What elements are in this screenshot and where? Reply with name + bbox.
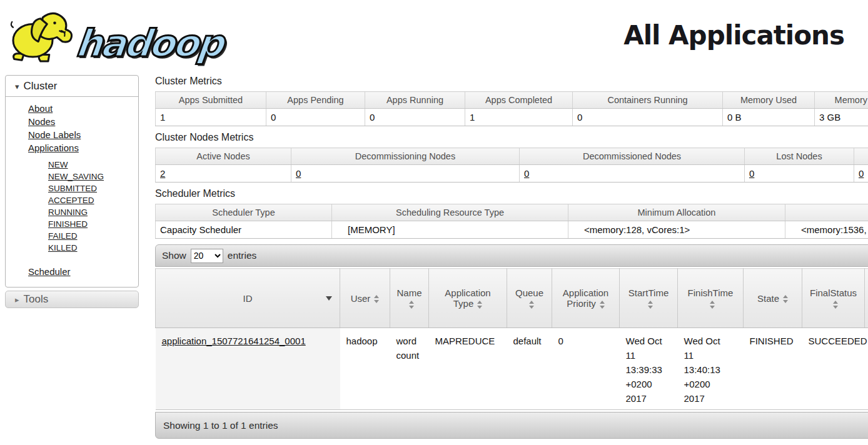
applications-link[interactable]: Applications — [28, 142, 79, 153]
decommissioning-nodes-link[interactable]: 0 — [296, 168, 301, 179]
col-header-finishtime[interactable]: FinishTime — [678, 269, 744, 328]
col-header-application-priority[interactable]: Application Priority — [552, 269, 620, 328]
lost-nodes-cell: 0 — [745, 165, 854, 182]
state-submitted-link[interactable]: SUBMITTED — [48, 184, 97, 193]
col-header-starttime[interactable]: StartTime — [620, 269, 678, 328]
col-header-user[interactable]: User — [340, 269, 390, 328]
cluster-section-header[interactable]: ▾Cluster — [6, 76, 138, 97]
state-new-link[interactable]: NEW — [48, 160, 68, 169]
col-header-id[interactable]: ID — [156, 269, 340, 328]
sidebar-item-state-new: NEW — [48, 159, 138, 171]
app-id-cell: application_1507721641254_0001 — [156, 328, 340, 410]
col-memory-used: Memory Used — [723, 92, 815, 109]
sort-icon — [833, 301, 838, 309]
scheduler-link[interactable]: Scheduler — [28, 266, 71, 277]
app-queue-cell: default — [507, 328, 552, 410]
hadoop-logo-text: hadoop — [73, 26, 230, 64]
cluster-metrics-heading: Cluster Metrics — [155, 76, 868, 87]
lost-nodes-link[interactable]: 0 — [749, 168, 754, 179]
sidebar: ▾Cluster About Nodes Node Labels Applica… — [5, 75, 139, 308]
cluster-nodes-metrics-table: Active Nodes Decommissioning Nodes Decom… — [155, 148, 868, 182]
app-state-cell: FINISHED — [744, 328, 802, 410]
sidebar-item-state-submitted: SUBMITTED — [48, 182, 138, 194]
state-finished-link[interactable]: FINISHED — [48, 219, 88, 229]
unhealthy-nodes-link[interactable]: 0 — [859, 168, 864, 179]
state-failed-link[interactable]: FAILED — [48, 231, 78, 241]
sort-icon — [783, 295, 788, 303]
unhealthy-nodes-cell: 0 — [854, 165, 868, 182]
col-apps-submitted: Apps Submitted — [156, 92, 266, 109]
sidebar-item-scheduler: Scheduler — [28, 265, 138, 278]
node-labels-link[interactable]: Node Labels — [28, 129, 81, 140]
table-info-bar: Showing 1 to 1 of 1 entries — [155, 412, 868, 439]
decommissioned-nodes-link[interactable]: 0 — [524, 168, 529, 179]
sort-icon — [529, 301, 534, 309]
sidebar-item-node-labels: Node Labels — [28, 128, 138, 141]
sidebar-item-applications: Applications NEW NEW_SAVING SUBMITTED AC… — [28, 141, 138, 256]
sidebar-item-state-new-saving: NEW_SAVING — [48, 171, 138, 182]
col-header-state[interactable]: State — [744, 269, 802, 328]
col-header-filler — [865, 269, 868, 328]
sort-icon — [374, 295, 379, 303]
sort-icon — [600, 301, 605, 309]
app-type-cell: MAPREDUCE — [429, 328, 507, 410]
app-priority-cell: 0 — [552, 328, 620, 410]
sort-icon — [648, 301, 653, 309]
app-finishtime-cell: Wed Oct 11 13:40:13 +0200 2017 — [678, 328, 744, 410]
col-apps-pending: Apps Pending — [266, 92, 365, 109]
showing-entries-text: Showing 1 to 1 of 1 entries — [163, 420, 278, 431]
state-killed-link[interactable]: KILLED — [48, 243, 78, 252]
sidebar-item-state-killed: KILLED — [48, 242, 138, 254]
col-maximum-allocation: Maximum Allocation — [785, 204, 868, 221]
state-running-link[interactable]: RUNNING — [48, 208, 88, 217]
application-id-link[interactable]: application_1507721641254_0001 — [162, 336, 306, 346]
entries-label: entries — [228, 250, 257, 261]
application-row: application_1507721641254_0001 hadoop wo… — [156, 328, 868, 410]
cluster-nav-box: ▾Cluster About Nodes Node Labels Applica… — [5, 75, 139, 288]
cluster-metrics-table: Apps Submitted Apps Pending Apps Running… — [155, 91, 868, 126]
col-header-application-type[interactable]: Application Type — [429, 269, 507, 328]
col-apps-completed: Apps Completed — [465, 92, 573, 109]
sidebar-item-about: About — [28, 102, 138, 115]
scheduler-type-value: Capacity Scheduler — [156, 221, 332, 239]
cluster-nodes-metrics-heading: Cluster Nodes Metrics — [155, 132, 868, 143]
col-header-finalstatus[interactable]: FinalStatus — [802, 269, 865, 328]
memory-total-value: 3 GB — [815, 109, 868, 126]
active-nodes-link[interactable]: 2 — [160, 168, 165, 179]
col-scheduling-resource-type: Scheduling Resource Type — [332, 204, 568, 221]
maximum-allocation-value: <memory:1536, vCores:4> — [785, 221, 868, 239]
sort-icon — [409, 301, 414, 309]
sort-icon — [477, 301, 482, 309]
table-length-bar: Show 20 entries — [155, 244, 868, 267]
caret-down-icon: ▾ — [15, 82, 19, 91]
sidebar-item-state-failed: FAILED — [48, 230, 138, 242]
nodes-link[interactable]: Nodes — [28, 116, 55, 127]
col-header-queue[interactable]: Queue — [507, 269, 552, 328]
applications-datatable: Show 20 entries ID User Name Application… — [155, 244, 868, 439]
show-label: Show — [162, 250, 186, 261]
col-active-nodes: Active Nodes — [156, 148, 291, 165]
sidebar-item-state-finished: FINISHED — [48, 218, 138, 230]
col-header-name[interactable]: Name — [390, 269, 429, 328]
tools-section-label: Tools — [24, 293, 49, 306]
app-finalstatus-cell: SUCCEEDED — [802, 328, 865, 410]
app-user-cell: hadoop — [340, 328, 390, 410]
about-link[interactable]: About — [28, 103, 53, 114]
apps-pending-value: 0 — [266, 109, 365, 126]
col-minimum-allocation: Minimum Allocation — [568, 204, 785, 221]
sort-desc-icon — [326, 296, 332, 301]
col-memory-total: Memory Total — [815, 92, 868, 109]
scheduling-resource-type-value: [MEMORY] — [332, 221, 568, 239]
sidebar-item-state-accepted: ACCEPTED — [48, 194, 138, 206]
tools-section-header[interactable]: ▸Tools — [5, 291, 139, 308]
app-starttime-cell: Wed Oct 11 13:39:33 +0200 2017 — [620, 328, 678, 410]
cluster-section-label: Cluster — [24, 80, 58, 92]
decommissioned-nodes-cell: 0 — [520, 165, 745, 182]
col-decommissioned-nodes: Decommissioned Nodes — [520, 148, 745, 165]
page-size-select[interactable]: 20 — [191, 249, 223, 263]
active-nodes-cell: 2 — [156, 165, 291, 182]
containers-running-value: 0 — [573, 109, 723, 126]
state-accepted-link[interactable]: ACCEPTED — [48, 196, 94, 205]
page-header: hadoop All Applications — [0, 0, 868, 70]
state-new-saving-link[interactable]: NEW_SAVING — [48, 172, 104, 181]
